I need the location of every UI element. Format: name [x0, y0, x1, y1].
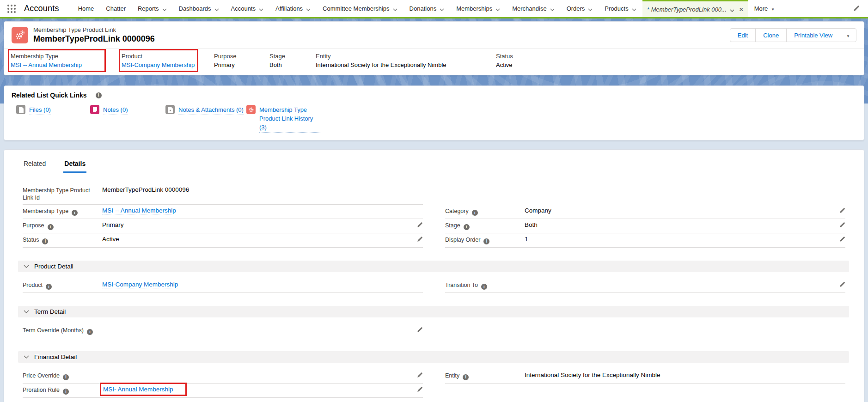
field-price-override: Price Override [23, 369, 423, 384]
info-icon[interactable] [42, 238, 48, 244]
info-icon[interactable] [46, 284, 52, 290]
edit-navigation-pencil-icon[interactable] [849, 0, 863, 17]
section-product-detail[interactable]: Product Detail [18, 261, 849, 272]
tab-related[interactable]: Related [23, 156, 47, 173]
chevron-down-icon [259, 6, 263, 12]
edit-pencil-icon[interactable] [413, 371, 423, 380]
chevron-down-icon [495, 6, 500, 12]
files-link[interactable]: Files (0) [29, 106, 51, 115]
nav-tab-products[interactable]: Products [599, 0, 642, 17]
nav-tab-memberships[interactable]: Memberships [450, 0, 506, 17]
nav-tab-merchandise[interactable]: Merchandise [506, 0, 560, 17]
record-tab-bar: Related Details [15, 153, 853, 173]
chevron-down-icon [632, 6, 636, 12]
membership-type-link[interactable]: MSI -- Annual Membership [102, 207, 176, 214]
edit-pencil-icon[interactable] [835, 221, 845, 230]
nav-tab-orders[interactable]: Orders [561, 0, 599, 17]
section-financial-detail[interactable]: Financial Detail [18, 351, 849, 363]
edit-button[interactable]: Edit [730, 28, 756, 42]
product-link[interactable]: MSI-Company Membership [102, 281, 178, 288]
related-list-quick-links-card: Related List Quick Links Files (0) Notes… [4, 85, 864, 140]
record-detail-card: Related Details Membership Type Product … [4, 149, 864, 402]
edit-pencil-icon[interactable] [413, 235, 423, 244]
record-header-card: Membership Type Product Link MemberTypeP… [4, 21, 864, 75]
info-icon[interactable] [63, 389, 69, 395]
quick-link-notes-attachments: Notes & Attachments (0) [165, 106, 246, 133]
more-actions-button[interactable] [840, 28, 856, 42]
clone-button[interactable]: Clone [755, 28, 787, 42]
nav-tab-affiliations[interactable]: Affiliations [269, 0, 317, 17]
info-icon[interactable] [464, 224, 470, 230]
edit-pencil-icon[interactable] [413, 326, 423, 335]
nav-tab-donations[interactable]: Donations [403, 0, 451, 17]
field-term-override-months: Term Override (Months) [23, 324, 423, 338]
nav-tab-dashboards[interactable]: Dashboards [173, 0, 225, 17]
quick-links-title: Related List Quick Links [12, 91, 87, 99]
edit-pencil-icon[interactable] [413, 221, 423, 230]
field-proration-rule: Proration Rule MSI- Annual Membership [23, 384, 423, 398]
info-icon[interactable] [48, 224, 54, 230]
chevron-down-icon [306, 6, 311, 12]
field-status: Status Active [23, 233, 423, 248]
record-gears-icon [12, 27, 28, 43]
field-purpose: Purpose Primary [23, 219, 423, 233]
field-entity: Entity International Society for the Exc… [445, 369, 845, 384]
highlight-entity: Entity International Society for the Exc… [316, 52, 477, 69]
nav-tab-accounts[interactable]: Accounts [225, 0, 269, 17]
edit-pencil-icon[interactable] [835, 207, 845, 216]
page-title: MemberTypeProdLink 0000096 [33, 34, 155, 44]
notes-link[interactable]: Notes (0) [103, 106, 128, 115]
proration-rule-link[interactable]: MSI- Annual Membership [103, 386, 173, 393]
edit-pencil-icon[interactable] [413, 385, 423, 395]
history-link[interactable]: Membership Type Product Link History (3) [259, 106, 320, 133]
printable-view-button[interactable]: Printable View [786, 28, 840, 42]
chevron-down-icon [393, 6, 397, 12]
info-icon[interactable] [87, 329, 93, 335]
chevron-down-icon [214, 6, 219, 12]
chevron-down-icon [162, 6, 167, 12]
info-icon[interactable] [483, 238, 489, 244]
highlight-purpose: Purpose Primary [214, 52, 256, 69]
nav-tab-chatter[interactable]: Chatter [100, 0, 132, 17]
nav-tab-membertypeprodlink-active[interactable]: * MemberTypeProdLink 000... [642, 0, 748, 17]
membership-type-link[interactable]: MSI -- Annual Membership [11, 61, 82, 68]
unsaved-marker: * [647, 6, 649, 13]
triangle-down-icon [771, 5, 775, 12]
field-display-order: Display Order 1 [445, 233, 845, 248]
global-navigation: Accounts Home Chatter Reports Dashboards… [0, 0, 868, 18]
quick-link-files: Files (0) [16, 106, 90, 133]
info-icon[interactable] [63, 374, 69, 380]
entity-label: Membership Type Product Link [33, 26, 155, 33]
tab-details[interactable]: Details [63, 156, 86, 173]
field-stage: Stage Both [445, 219, 845, 233]
info-icon[interactable] [481, 284, 487, 290]
close-tab-icon[interactable] [739, 6, 744, 13]
field-membership-type-product-link-id: Membership Type Product Link Id MemberTy… [23, 184, 423, 205]
highlight-stage: Stage Both [269, 52, 302, 69]
info-icon[interactable] [472, 210, 478, 216]
details-main-section: Membership Type Product Link Id MemberTy… [23, 184, 845, 248]
chevron-down-icon[interactable] [730, 6, 734, 13]
note-icon [90, 105, 99, 114]
field-product: Product MSI-Company Membership [23, 279, 423, 293]
nav-tab-reports[interactable]: Reports [132, 0, 173, 17]
section-term-detail[interactable]: Term Detail [18, 306, 849, 317]
quick-link-notes: Notes (0) [90, 106, 159, 133]
info-icon[interactable] [96, 92, 102, 98]
notes-attachments-link[interactable]: Notes & Attachments (0) [178, 106, 244, 115]
nav-tab-committee-memberships[interactable]: Committee Memberships [317, 0, 403, 17]
app-launcher-icon[interactable] [6, 0, 21, 17]
info-icon[interactable] [72, 210, 78, 216]
edit-pencil-icon[interactable] [835, 235, 845, 244]
edit-pencil-icon[interactable] [835, 280, 845, 290]
chevron-down-icon [588, 6, 593, 12]
record-actions: Edit Clone Printable View [730, 28, 856, 42]
highlight-product annotation-box: Product MSI-Company Membership [122, 52, 196, 69]
product-link[interactable]: MSI-Company Membership [122, 61, 195, 68]
nav-tab-home[interactable]: Home [72, 0, 100, 17]
highlights-panel: Membership Type MSI -- Annual Membership… [4, 48, 864, 75]
info-icon[interactable] [463, 374, 469, 380]
gear-icon [246, 105, 256, 114]
field-transition-to: Transition To [445, 279, 845, 293]
nav-more-menu[interactable]: More [748, 0, 781, 17]
